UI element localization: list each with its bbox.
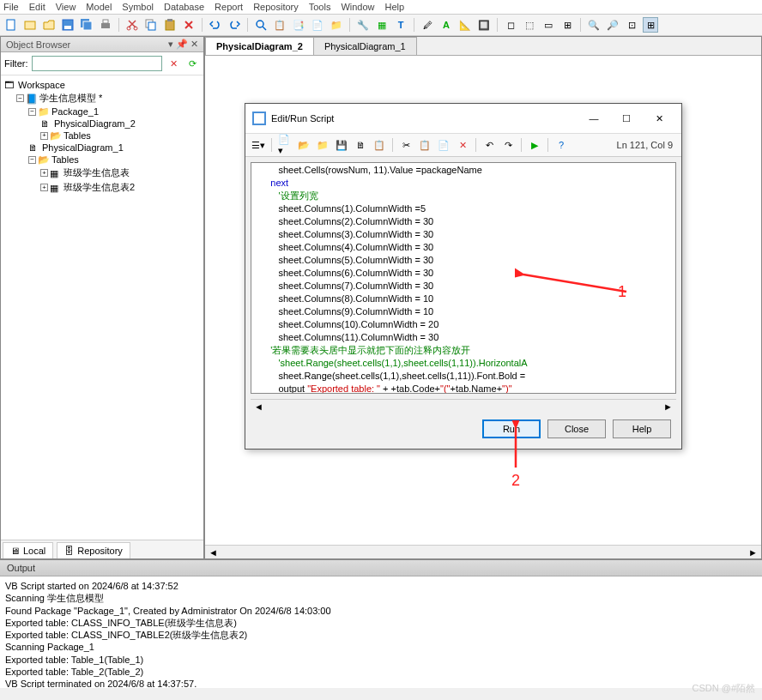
pin-icon[interactable]: ▾ 📌 — [168, 39, 188, 49]
svg-rect-16 — [254, 113, 264, 124]
tree-tables[interactable]: Tables — [51, 154, 79, 165]
tree-model[interactable]: 学生信息模型 * — [39, 92, 102, 105]
tree-diagram[interactable]: PhysicalDiagram_2 — [54, 118, 136, 129]
tool-icon[interactable]: T — [393, 17, 408, 33]
close-panel-icon[interactable]: ✕ — [190, 39, 198, 49]
maximize-button[interactable]: ☐ — [611, 109, 642, 128]
repo-icon: 🗄 — [64, 546, 74, 556]
find-icon[interactable] — [253, 17, 269, 33]
undo-icon[interactable] — [208, 17, 223, 33]
output-body[interactable]: VB Script started on 2024/6/8 at 14:37:5… — [0, 576, 762, 688]
tool-icon[interactable]: 🖉 — [420, 17, 435, 33]
close-button[interactable]: Close — [547, 419, 606, 438]
tool-icon[interactable]: ⬚ — [522, 17, 537, 33]
help-button[interactable]: Help — [613, 419, 671, 438]
menu-repository[interactable]: Repository — [253, 2, 299, 12]
tool-icon[interactable]: 🔲 — [476, 17, 492, 33]
run-button[interactable]: Run — [482, 419, 541, 438]
tool-icon[interactable]: 🔎 — [605, 17, 620, 33]
undo-icon[interactable]: ↶ — [481, 137, 497, 153]
tree-package[interactable]: Package_1 — [51, 106, 99, 117]
tree-table[interactable]: 班级学生信息表2 — [64, 181, 135, 194]
open-icon[interactable] — [41, 17, 57, 33]
open-icon[interactable]: 📂 — [296, 137, 311, 153]
menu-help[interactable]: Help — [385, 2, 405, 12]
tree-diagram[interactable]: PhysicalDiagram_1 — [42, 142, 124, 153]
output-panel: Output VB Script started on 2024/6/8 at … — [0, 559, 762, 688]
tool-icon[interactable]: ▦ — [374, 17, 390, 33]
paste-icon[interactable] — [162, 17, 178, 33]
insert-icon[interactable]: 📁 — [315, 137, 330, 153]
tab-repository[interactable]: 🗄Repository — [57, 542, 130, 558]
saveall-icon[interactable]: 🗎 — [353, 137, 368, 153]
document-tabs: PhysicalDiagram_2 PhysicalDiagram_1 — [205, 37, 761, 56]
filter-input[interactable] — [32, 56, 163, 71]
menu-window[interactable]: Window — [341, 2, 374, 12]
minimize-button[interactable]: — — [578, 109, 609, 128]
workspace-icon: 🗔 — [4, 80, 16, 90]
save-icon[interactable] — [60, 17, 76, 33]
tool-icon[interactable]: ⊡ — [624, 17, 639, 33]
dialog-titlebar[interactable]: Edit/Run Script — ☐ ✕ — [245, 104, 681, 134]
project-icon[interactable] — [22, 17, 38, 33]
tab-physicaldiagram-1[interactable]: PhysicalDiagram_1 — [313, 37, 417, 55]
menu-database[interactable]: Database — [164, 2, 204, 12]
cut-icon[interactable]: ✂ — [398, 137, 414, 153]
tree-view[interactable]: 🗔Workspace −📘学生信息模型 * −📁Package_1 🗎Physi… — [1, 75, 203, 540]
close-button[interactable]: ✕ — [644, 109, 674, 128]
cut-icon[interactable] — [124, 17, 140, 33]
tool-icon[interactable]: ▭ — [541, 17, 556, 33]
separator — [414, 18, 414, 32]
filter-refresh-icon[interactable]: ⟳ — [184, 56, 200, 71]
tool-icon[interactable]: 📐 — [457, 17, 473, 33]
menu-file[interactable]: File — [3, 2, 19, 12]
horizontal-scrollbar[interactable]: ◄► — [205, 545, 761, 558]
tool-icon[interactable]: ⊞ — [643, 17, 658, 33]
code-horizontal-scrollbar[interactable]: ◄► — [251, 399, 676, 413]
saveall-icon[interactable] — [79, 17, 94, 33]
tool-icon[interactable]: 🔍 — [586, 17, 602, 33]
run-icon[interactable]: ▶ — [527, 137, 542, 153]
menu-edit[interactable]: Edit — [29, 2, 45, 12]
tree-table[interactable]: 班级学生信息表 — [64, 166, 130, 179]
tab-physicaldiagram-2[interactable]: PhysicalDiagram_2 — [205, 37, 314, 55]
tree-tables[interactable]: Tables — [64, 130, 91, 141]
expand-icon[interactable]: + — [40, 184, 48, 191]
tool-icon[interactable]: 📋 — [272, 17, 287, 33]
new-icon[interactable] — [3, 17, 19, 33]
tool-icon[interactable]: A — [438, 17, 454, 33]
menu-model[interactable]: Model — [86, 2, 112, 12]
collapse-icon[interactable]: − — [28, 108, 36, 116]
menu-tools[interactable]: Tools — [309, 2, 331, 12]
new-icon[interactable]: 📄▾ — [277, 137, 293, 153]
code-editor[interactable]: sheet.Cells(rowsNum, 11).Value =packageN… — [251, 162, 676, 394]
tree-workspace[interactable]: Workspace — [18, 80, 65, 90]
redo-icon[interactable]: ↷ — [500, 137, 516, 153]
filter-clear-icon[interactable]: ✕ — [166, 56, 181, 71]
collapse-icon[interactable]: − — [28, 156, 36, 164]
redo-icon[interactable] — [227, 17, 242, 33]
tab-local[interactable]: 🖥Local — [3, 542, 53, 558]
tool-icon[interactable]: 📄 — [310, 17, 325, 33]
expand-icon[interactable]: + — [40, 132, 48, 140]
tool-icon[interactable]: ⊞ — [559, 17, 575, 33]
tool-icon[interactable]: 🔧 — [355, 17, 371, 33]
menu-icon[interactable]: ☰▾ — [251, 137, 266, 153]
tool-icon[interactable]: 📁 — [329, 17, 344, 33]
print-icon[interactable] — [98, 17, 113, 33]
copy-icon[interactable] — [143, 17, 159, 33]
save-icon[interactable]: 💾 — [334, 137, 349, 153]
tool-icon[interactable]: 📋 — [372, 137, 387, 153]
delete-icon[interactable] — [181, 17, 197, 33]
expand-icon[interactable]: + — [40, 169, 48, 177]
collapse-icon[interactable]: − — [16, 94, 24, 102]
menu-report[interactable]: Report — [215, 2, 243, 12]
paste-icon[interactable]: 📄 — [436, 137, 451, 153]
menu-symbol[interactable]: Symbol — [122, 2, 154, 12]
copy-icon[interactable]: 📋 — [417, 137, 432, 153]
menu-view[interactable]: View — [56, 2, 76, 12]
help-icon[interactable]: ? — [553, 137, 569, 153]
delete-icon[interactable]: ✕ — [455, 137, 470, 153]
tool-icon[interactable]: 📑 — [291, 17, 306, 33]
tool-icon[interactable]: ◻ — [503, 17, 518, 33]
